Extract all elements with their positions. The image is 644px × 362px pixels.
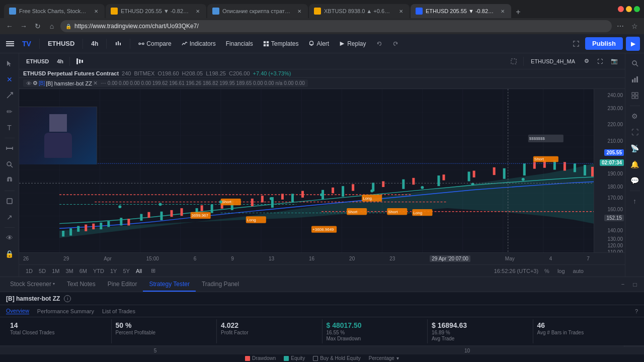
indicator-settings-toggle[interactable]: ⚙ — [33, 80, 38, 86]
close-window-button[interactable] — [618, 6, 624, 12]
maximize-window-button[interactable] — [634, 6, 640, 12]
undo-button[interactable] — [372, 39, 386, 49]
period-1m[interactable]: 1M — [49, 267, 62, 275]
redo-button[interactable] — [388, 39, 403, 49]
legend-percentage[interactable]: Percentage ▾ — [369, 355, 399, 361]
bar-style-button[interactable] — [111, 38, 126, 49]
zoom-tool[interactable] — [3, 157, 17, 171]
percent-btn[interactable]: % — [542, 267, 551, 275]
chart-timeframe[interactable]: 4h — [54, 57, 66, 66]
minimize-window-button[interactable] — [626, 6, 632, 12]
address-bar[interactable]: 🔒 https://www.tradingview.com/chart/Uo93… — [60, 20, 612, 32]
browser-tab-3[interactable]: Описание скрипта стратеги... ✕ — [207, 4, 308, 18]
period-1y[interactable]: 1Y — [108, 267, 119, 275]
indicator-name[interactable]: ETHUSD_4H_MA — [527, 57, 579, 66]
mini-chart-legend: Drawdown Equity Buy & Hold Equity Percen… — [0, 354, 644, 362]
chart-canvas[interactable]: 3699.967 Short Long +3608.9649 Short Lon… — [19, 89, 594, 252]
lock-tool[interactable]: 🔒 — [3, 247, 17, 261]
publish-button[interactable]: Publish — [585, 37, 623, 50]
log-btn[interactable]: log — [555, 267, 567, 275]
pencil-tool[interactable]: ✏ — [3, 105, 17, 119]
tab-strategy-tester[interactable]: Strategy Tester — [143, 278, 195, 292]
panel-minimize-btn[interactable]: － — [618, 280, 628, 290]
alert-button[interactable]: Alert — [304, 38, 333, 49]
period-5d[interactable]: 5D — [36, 267, 48, 275]
browser-tab-5[interactable]: ETHUSD 205.55 ▼ -0.82% ETH... ✕ — [411, 4, 511, 18]
range-btn[interactable]: ⊞ — [148, 266, 158, 275]
ov-tab-overview[interactable]: Overview — [6, 308, 29, 314]
period-1d[interactable]: 1D — [23, 267, 35, 275]
new-tab-button[interactable]: + — [512, 6, 524, 18]
eye-tool[interactable]: 👁 — [3, 231, 17, 245]
cross-tool[interactable]: ✕ — [3, 72, 17, 86]
right-settings-btn[interactable]: ⚙ — [628, 109, 642, 123]
fullscreen-chart[interactable]: ⛶ — [594, 57, 606, 66]
browser-tab-2[interactable]: ETHUSD 205.55 ▼ -0.82% BTI... ✕ — [106, 4, 206, 18]
menu-button[interactable] — [4, 38, 16, 50]
panel-maximize-btn[interactable]: □ — [630, 280, 640, 290]
star-button[interactable]: ☆ — [629, 21, 640, 32]
svg-rect-74 — [92, 224, 95, 229]
draw-tool[interactable] — [3, 88, 17, 103]
right-bell-btn[interactable]: 🔔 — [628, 157, 642, 171]
timeframe-selector[interactable]: 4h — [87, 38, 102, 49]
rectangle-select[interactable] — [507, 56, 520, 66]
forward-button[interactable]: → — [18, 21, 29, 32]
tab-close-2[interactable]: ✕ — [194, 8, 201, 15]
arrow-tool[interactable]: ↗ — [3, 210, 17, 224]
tab-stock-screener[interactable]: Stock Screener ▾ — [4, 278, 61, 292]
replay-button[interactable]: Replay — [335, 38, 370, 49]
ov-tab-performance[interactable]: Performance Summary — [37, 308, 94, 314]
financials-button[interactable]: Financials — [222, 38, 257, 49]
refresh-button[interactable]: ↻ — [32, 21, 43, 32]
tab-trading-panel[interactable]: Trading Panel — [196, 278, 245, 292]
legend-buy-hold[interactable]: Buy & Hold Equity — [313, 355, 361, 361]
right-signal-btn[interactable]: 📡 — [628, 141, 642, 155]
ov-tab-trades[interactable]: List of Trades — [102, 308, 135, 314]
fullscreen-button[interactable] — [569, 39, 583, 49]
tab-text-notes[interactable]: Text Notes — [61, 278, 102, 292]
right-chat-btn[interactable]: 💬 — [628, 173, 642, 188]
right-chart-btn[interactable] — [628, 72, 642, 86]
measure-tool[interactable] — [3, 141, 17, 155]
indicators-button[interactable]: Indicators — [178, 38, 220, 49]
period-ytd[interactable]: YTD — [91, 267, 107, 275]
back-button[interactable]: ← — [4, 21, 15, 32]
ov-help-btn[interactable]: ? — [635, 308, 638, 314]
browser-tab-1[interactable]: Free Stock Charts, Stock Quo... ✕ — [4, 4, 105, 18]
indicator-visibility-toggle[interactable]: 👁 — [26, 80, 32, 86]
home-button[interactable]: ⌂ — [46, 21, 57, 32]
period-3m[interactable]: 3M — [63, 267, 75, 275]
tab-close-5[interactable]: ✕ — [499, 8, 506, 15]
period-6m[interactable]: 6M — [77, 267, 90, 275]
magnet-tool[interactable] — [3, 173, 17, 188]
shapes-tool[interactable] — [3, 194, 17, 208]
screenshot-chart[interactable]: 📷 — [608, 56, 621, 66]
chart-settings[interactable]: ⚙ — [581, 56, 592, 66]
strategy-info-icon[interactable]: i — [64, 295, 71, 302]
legend-buy-hold-checkbox[interactable] — [313, 356, 318, 361]
period-5y[interactable]: 5Y — [120, 267, 132, 275]
text-tool[interactable]: T — [3, 121, 17, 135]
tab-close-1[interactable]: ✕ — [93, 8, 100, 15]
chart-symbol[interactable]: ETHUSD — [23, 57, 52, 66]
cursor-tool[interactable] — [3, 56, 17, 70]
extensions-button[interactable]: ⋯ — [615, 21, 626, 32]
right-layout-btn[interactable] — [628, 88, 642, 103]
period-all[interactable]: All — [133, 267, 144, 275]
play-button[interactable]: ▶ — [626, 37, 640, 51]
tab-close-3[interactable]: ✕ — [296, 8, 303, 15]
browser-tab-4[interactable]: XBTUSD 8938.0 ▲ +0.6% XBT... ✕ — [309, 4, 410, 18]
auto-btn[interactable]: auto — [571, 267, 586, 275]
right-fullscreen-btn[interactable]: ⛶ — [628, 125, 642, 139]
svg-point-119 — [270, 197, 273, 200]
bar-type-button[interactable] — [73, 56, 86, 66]
compare-button[interactable]: Compare — [134, 38, 175, 49]
right-search-btn[interactable] — [628, 56, 642, 70]
templates-button[interactable]: Templates — [259, 38, 303, 49]
tab-pine-editor[interactable]: Pine Editor — [102, 278, 143, 292]
tab-close-4[interactable]: ✕ — [397, 8, 405, 15]
right-arrow-btn[interactable]: ↑ — [628, 194, 642, 208]
indicator-delete[interactable]: ✕ — [93, 80, 98, 86]
symbol-selector[interactable]: ETHUSD — [44, 38, 78, 49]
